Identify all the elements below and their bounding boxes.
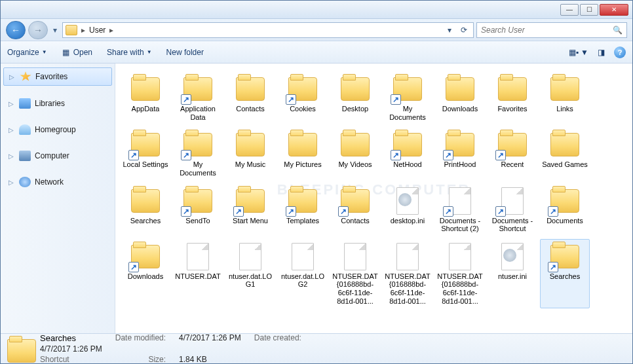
file-item[interactable]: ↗My Documents xyxy=(173,127,223,180)
file-item[interactable]: ↗PrintHood xyxy=(435,127,485,180)
file-item[interactable]: ↗Searches xyxy=(540,239,590,309)
file-item[interactable]: AppData xyxy=(121,71,170,124)
file-item[interactable]: ↗Recent xyxy=(488,127,537,180)
sidebar-item-computer[interactable]: ▷Computer xyxy=(3,147,112,164)
folder-icon xyxy=(549,130,581,159)
back-button[interactable]: ← xyxy=(6,21,26,39)
file-item[interactable]: Searches xyxy=(121,183,170,236)
file-item[interactable]: ↗Start Menu xyxy=(225,183,275,236)
address-dropdown[interactable]: ▾ xyxy=(443,24,456,37)
sidebar-item-homegroup[interactable]: ▷Homegroup xyxy=(3,121,112,138)
file-item[interactable]: ↗Documents - Shortcut xyxy=(488,183,537,236)
tree-expand-icon[interactable]: ▷ xyxy=(9,100,15,107)
file-item[interactable]: Contacts xyxy=(225,71,275,124)
file-item[interactable]: NTUSER.DAT{016888bd-6c6f-11de-8d1d-001..… xyxy=(383,239,432,309)
selected-name: Searches xyxy=(40,333,102,343)
tree-expand-icon[interactable]: ▷ xyxy=(9,73,16,81)
file-item[interactable]: ↗Documents - Shortcut (2) xyxy=(435,183,485,236)
file-item[interactable]: ↗My Documents xyxy=(383,71,432,124)
file-item[interactable]: My Music xyxy=(225,127,275,180)
file-label: AppData xyxy=(132,105,160,113)
file-item[interactable]: Favorites xyxy=(488,71,537,124)
file-item[interactable]: My Pictures xyxy=(278,127,328,180)
file-item[interactable]: NTUSER.DAT{016888bd-6c6f-11de-8d1d-001..… xyxy=(435,239,485,309)
sidebar-item-favorites[interactable]: ▷Favorites xyxy=(3,67,112,86)
file-label: Searches xyxy=(550,272,580,281)
file-item[interactable]: My Videos xyxy=(330,127,380,180)
search-input[interactable] xyxy=(481,26,613,35)
tree-expand-icon[interactable]: ▷ xyxy=(9,126,15,134)
lib-icon xyxy=(19,98,31,109)
file-list-pane[interactable]: BLEEPING COMPUTER AppData↗Application Da… xyxy=(115,64,632,333)
open-button[interactable]: ▦Open xyxy=(62,48,92,57)
file-label: Cookies xyxy=(290,105,316,113)
shortcut-overlay-icon: ↗ xyxy=(548,206,558,217)
explorer-window: — ☐ ✕ ← → ▾ ▸ User ▸ ▾ ⟳ 🔍 Organize▼ ▦Op… xyxy=(0,0,633,364)
file-item[interactable]: ntuser.ini xyxy=(488,239,537,309)
refresh-button[interactable]: ⟳ xyxy=(457,24,470,37)
breadcrumb-separator[interactable]: ▸ xyxy=(81,26,85,35)
tree-expand-icon[interactable]: ▷ xyxy=(9,153,15,160)
minimize-button[interactable]: — xyxy=(560,4,579,16)
sidebar-item-network[interactable]: ▷Network xyxy=(3,173,112,191)
share-menu[interactable]: Share with▼ xyxy=(107,48,152,57)
file-icon xyxy=(235,242,266,271)
folder-icon: ↗ xyxy=(444,130,476,159)
file-item[interactable]: Desktop xyxy=(330,71,380,124)
organize-menu[interactable]: Organize▼ xyxy=(7,48,47,57)
file-label: Downloads xyxy=(128,272,163,281)
file-item[interactable]: NTUSER.DAT xyxy=(173,239,223,309)
file-item[interactable]: ntuser.dat.LOG2 xyxy=(278,239,328,309)
file-item[interactable]: Links xyxy=(540,71,590,124)
folder-icon xyxy=(549,75,581,103)
file-label: NTUSER.DAT{016888bd-6c6f-11de-8d1d-001..… xyxy=(332,272,378,306)
sidebar-label: Favorites xyxy=(35,72,67,81)
help-button[interactable]: ? xyxy=(614,46,626,58)
sidebar-item-libraries[interactable]: ▷Libraries xyxy=(3,95,112,112)
file-item[interactable]: ↗Documents xyxy=(540,183,590,236)
file-label: My Music xyxy=(235,160,265,169)
file-label: Links xyxy=(556,105,573,113)
file-label: Documents - Shortcut (2) xyxy=(437,217,483,233)
file-item[interactable]: ↗Application Data xyxy=(173,71,223,124)
titlebar: — ☐ ✕ xyxy=(1,1,632,19)
file-label: NetHood xyxy=(393,160,421,169)
folder-icon xyxy=(444,75,476,103)
file-item[interactable]: ↗Local Settings xyxy=(121,127,170,180)
search-icon: 🔍 xyxy=(613,26,623,35)
file-item[interactable]: ↗Contacts xyxy=(330,183,380,236)
file-label: ntuser.dat.LOG1 xyxy=(227,272,273,289)
file-item[interactable]: ntuser.dat.LOG1 xyxy=(225,239,275,309)
forward-button[interactable]: → xyxy=(28,21,48,39)
search-box[interactable]: 🔍 xyxy=(476,22,627,38)
file-item[interactable]: NTUSER.DAT{016888bd-6c6f-11de-8d1d-001..… xyxy=(330,239,380,309)
breadcrumb-separator[interactable]: ▸ xyxy=(109,26,113,35)
close-button[interactable]: ✕ xyxy=(600,4,628,16)
view-options-button[interactable]: ▦▪▼ xyxy=(569,46,588,58)
new-folder-button[interactable]: New folder xyxy=(166,48,204,57)
history-dropdown[interactable]: ▾ xyxy=(50,21,60,39)
tree-expand-icon[interactable]: ▷ xyxy=(9,179,15,186)
file-icon xyxy=(444,242,476,271)
file-label: Templates xyxy=(286,217,319,225)
file-item[interactable]: ↗NetHood xyxy=(383,127,432,180)
file-item[interactable]: ↗SendTo xyxy=(173,183,223,236)
address-bar[interactable]: ▸ User ▸ ▾ ⟳ xyxy=(62,22,474,38)
file-item[interactable]: Downloads xyxy=(435,71,485,124)
preview-pane-button[interactable]: ◨ xyxy=(598,46,605,58)
file-label: NTUSER.DAT{016888bd-6c6f-11de-8d1d-001..… xyxy=(437,272,483,306)
folder-icon xyxy=(287,130,318,159)
shortcut-overlay-icon: ↗ xyxy=(286,206,296,217)
file-item[interactable]: desktop.ini xyxy=(383,183,432,236)
main-body: ▷Favorites▷Libraries▷Homegroup▷Computer▷… xyxy=(1,64,632,333)
file-item[interactable]: Saved Games xyxy=(540,127,590,180)
maximize-button[interactable]: ☐ xyxy=(580,4,598,16)
file-item[interactable]: ↗Templates xyxy=(278,183,328,236)
sidebar-label: Computer xyxy=(35,151,69,160)
file-item[interactable]: ↗Cookies xyxy=(278,71,328,124)
folder-icon: ↗ xyxy=(287,75,318,103)
file-item[interactable]: ↗Downloads xyxy=(121,239,170,309)
breadcrumb-user[interactable]: User xyxy=(89,26,106,35)
file-label: Start Menu xyxy=(233,217,268,225)
comp-icon xyxy=(19,151,31,161)
